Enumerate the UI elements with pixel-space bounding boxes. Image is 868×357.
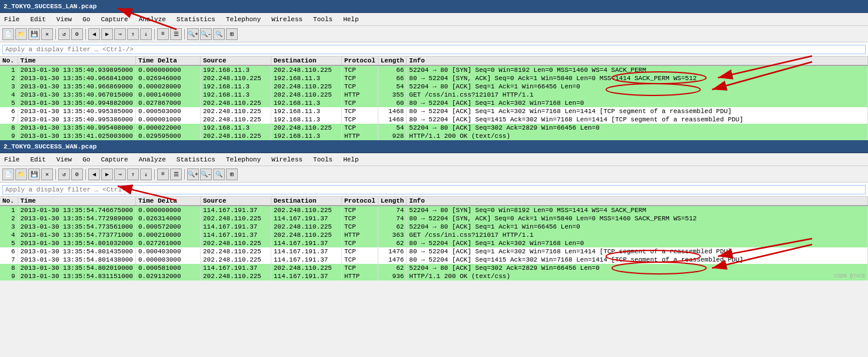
menu-wireless[interactable]: Wireless (270, 15, 304, 24)
toolbar2-zoom-in[interactable]: 🔍+ (187, 168, 199, 180)
col-header-source[interactable]: Source (200, 57, 271, 65)
col-header-len[interactable]: Length (378, 57, 407, 65)
window2-title: 2_TOKYO_SUCCESS_WAN.pcap (4, 143, 97, 150)
toolbar-fwd[interactable]: ▶ (101, 28, 113, 40)
toolbar2-close[interactable]: ✕ (41, 168, 53, 180)
toolbar-goto[interactable]: ⇒ (114, 28, 126, 40)
toolbar2-resize[interactable]: ⊞ (226, 168, 238, 180)
toolbar2-top[interactable]: ⇑ (127, 168, 139, 180)
table-row[interactable]: 82013-01-30 13:35:54.8020190000.00058100… (0, 264, 868, 272)
toolbar-back[interactable]: ◀ (88, 28, 100, 40)
toolbar-close[interactable]: ✕ (41, 28, 53, 40)
toolbar-colorize[interactable]: ☰ (170, 28, 182, 40)
toolbar2-zoom-out[interactable]: 🔍- (200, 168, 212, 180)
window1-menubar: File Edit View Go Capture Analyze Statis… (0, 13, 868, 26)
menu2-telephony[interactable]: Telephony (224, 156, 262, 164)
col2-header-dest[interactable]: Destination (271, 197, 341, 206)
table-row[interactable]: 42013-01-30 13:35:40.9670150000.00014600… (0, 91, 868, 99)
toolbar2-colorize[interactable]: ☰ (170, 168, 182, 180)
menu-statistics[interactable]: Statistics (175, 15, 217, 24)
table-row[interactable]: 12013-01-30 13:35:54.7466750000.00000000… (0, 206, 868, 214)
toolbar-capture-opts[interactable]: ⚙ (71, 28, 83, 40)
window1: 2_TOKYO_SUCCESS_LAN.pcap File Edit View … (0, 0, 868, 140)
menu2-view[interactable]: View (55, 156, 74, 164)
table-row[interactable]: 22013-01-30 13:35:40.9668410000.02694600… (0, 74, 868, 82)
toolbar2-autoscroll[interactable]: ≡ (157, 168, 169, 180)
toolbar2-back[interactable]: ◀ (88, 168, 100, 180)
menu2-edit[interactable]: Edit (28, 156, 47, 164)
toolbar2-goto[interactable]: ⇒ (114, 168, 126, 180)
toolbar2-capture-opts[interactable]: ⚙ (71, 168, 83, 180)
menu2-help[interactable]: Help (341, 156, 360, 164)
toolbar2-new[interactable]: 📄 (2, 168, 14, 180)
col-header-proto[interactable]: Protocol (341, 57, 378, 65)
toolbar-zoom-out[interactable]: 🔍- (200, 28, 212, 40)
toolbar-autoscroll[interactable]: ≡ (157, 28, 169, 40)
window1-filter-input[interactable] (2, 45, 866, 54)
table-row[interactable]: 52013-01-30 13:35:54.8010320000.02726100… (0, 239, 868, 247)
toolbar-zoom-in[interactable]: 🔍+ (187, 28, 199, 40)
table-row[interactable]: 92013-01-30 13:35:41.0250030000.02959500… (0, 132, 868, 140)
table-row[interactable]: 72013-01-30 13:35:54.8014380000.00000300… (0, 256, 868, 264)
toolbar2-zoom-reset[interactable]: 🔍 (213, 168, 225, 180)
window2-menubar: File Edit View Go Capture Analyze Statis… (0, 153, 868, 166)
menu-capture[interactable]: Capture (99, 15, 129, 24)
menu-analyze[interactable]: Analyze (137, 15, 168, 24)
table-row[interactable]: 72013-01-30 13:35:40.9953860000.00000100… (0, 115, 868, 124)
col-header-info[interactable]: Info (407, 57, 868, 65)
col-header-no[interactable]: No. (0, 57, 18, 65)
menu2-wireless[interactable]: Wireless (270, 156, 304, 164)
menu-file[interactable]: File (2, 15, 21, 24)
col2-header-info[interactable]: Info (407, 197, 868, 206)
table-row[interactable]: 32013-01-30 13:35:54.7735610000.00057200… (0, 223, 868, 231)
menu-help[interactable]: Help (341, 15, 360, 24)
watermark: CSDN @7ACE (834, 273, 866, 279)
table-row[interactable]: 62013-01-30 13:35:54.8014350000.00040300… (0, 247, 868, 256)
menu-tools[interactable]: Tools (311, 15, 334, 24)
table-row[interactable]: 32013-01-30 13:35:40.9668690000.00002800… (0, 82, 868, 91)
toolbar2-bottom[interactable]: ⇓ (140, 168, 152, 180)
window2-filter-input[interactable] (2, 185, 866, 194)
toolbar2-save[interactable]: 💾 (28, 168, 40, 180)
table-row[interactable]: 42013-01-30 13:35:54.7737710000.00021000… (0, 231, 868, 239)
menu-telephony[interactable]: Telephony (224, 15, 262, 24)
toolbar-zoom-reset[interactable]: 🔍 (213, 28, 225, 40)
menu-view[interactable]: View (55, 15, 74, 24)
col2-header-source[interactable]: Source (200, 197, 271, 206)
toolbar2-reload[interactable]: ↺ (58, 168, 70, 180)
window1-title: 2_TOKYO_SUCCESS_LAN.pcap (4, 3, 97, 10)
table-row[interactable]: 22013-01-30 13:35:54.7729890000.02631400… (0, 214, 868, 223)
col2-header-len[interactable]: Length (378, 197, 407, 206)
table-row[interactable]: 12013-01-30 13:35:40.9398950000.00000000… (0, 65, 868, 74)
toolbar2-fwd[interactable]: ▶ (101, 168, 113, 180)
menu-edit[interactable]: Edit (28, 15, 47, 24)
col-header-dest[interactable]: Destination (271, 57, 341, 65)
table-row[interactable]: 52013-01-30 13:35:40.9948820000.02786700… (0, 99, 868, 107)
col-header-time[interactable]: Time (18, 57, 135, 65)
toolbar-resize[interactable]: ⊞ (226, 28, 238, 40)
col2-header-proto[interactable]: Protocol (341, 197, 378, 206)
col2-header-delta[interactable]: Time Delta (135, 197, 200, 206)
menu2-go[interactable]: Go (81, 156, 92, 164)
toolbar-top[interactable]: ⇑ (127, 28, 139, 40)
menu2-statistics[interactable]: Statistics (175, 156, 217, 164)
toolbar-new[interactable]: 📄 (2, 28, 14, 40)
col2-header-time[interactable]: Time (18, 197, 135, 206)
toolbar-save[interactable]: 💾 (28, 28, 40, 40)
menu-go[interactable]: Go (81, 15, 92, 24)
window1-filterbar (0, 42, 868, 57)
menu2-capture[interactable]: Capture (99, 156, 129, 164)
col-header-delta[interactable]: Time Delta (135, 57, 200, 65)
table-row[interactable]: 82013-01-30 13:35:40.9954080000.00002200… (0, 124, 868, 132)
toolbar-bottom[interactable]: ⇓ (140, 28, 152, 40)
toolbar-reload[interactable]: ↺ (58, 28, 70, 40)
menu2-file[interactable]: File (2, 156, 21, 164)
table-row[interactable]: 62013-01-30 13:35:40.9953850000.00050300… (0, 107, 868, 115)
window2-filterbar (0, 183, 868, 197)
toolbar2-open[interactable]: 📁 (15, 168, 27, 180)
col2-header-no[interactable]: No. (0, 197, 18, 206)
menu2-analyze[interactable]: Analyze (137, 156, 168, 164)
menu2-tools[interactable]: Tools (311, 156, 334, 164)
table-row[interactable]: 92013-01-30 13:35:54.8311510000.02913200… (0, 272, 868, 280)
toolbar-open[interactable]: 📁 (15, 28, 27, 40)
